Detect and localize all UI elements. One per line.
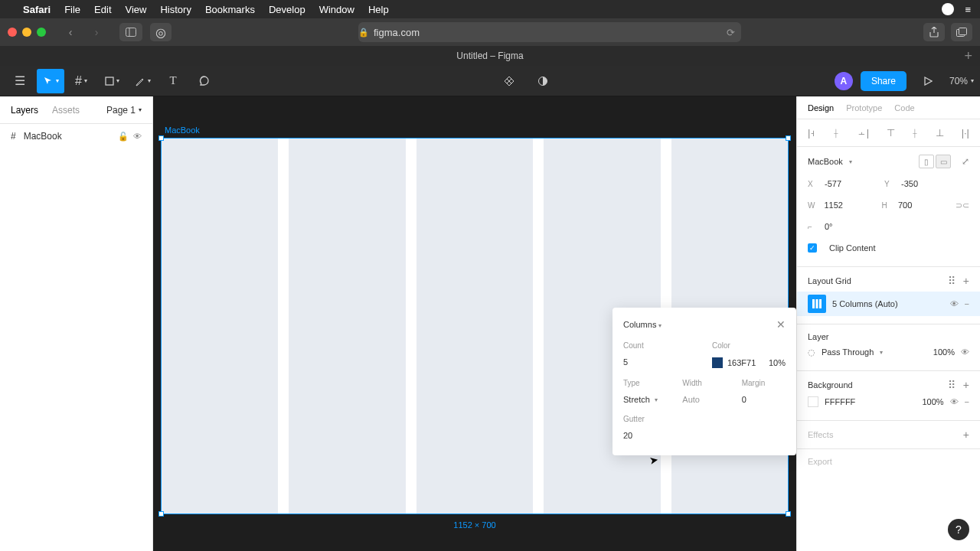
mask-button[interactable]: [529, 69, 557, 93]
layer-opacity[interactable]: 100%: [933, 347, 955, 357]
menu-window[interactable]: Window: [319, 4, 354, 15]
status-icon[interactable]: [942, 3, 954, 15]
close-window-button[interactable]: [8, 28, 17, 37]
shape-tool[interactable]: ▾: [98, 69, 126, 93]
tab-code[interactable]: Code: [894, 103, 914, 112]
align-left-icon[interactable]: |⫞: [808, 127, 815, 139]
frame-name[interactable]: MacBook: [808, 157, 843, 166]
app-name[interactable]: Safari: [23, 4, 51, 15]
avatar[interactable]: A: [835, 72, 853, 90]
add-bg-icon[interactable]: +: [963, 379, 969, 391]
frame-label[interactable]: MacBook: [165, 126, 200, 135]
type-label: Type: [623, 379, 667, 387]
color-hex[interactable]: 163F71: [727, 358, 756, 367]
menu-help[interactable]: Help: [368, 4, 389, 15]
help-button[interactable]: ?: [948, 519, 969, 540]
menu-history[interactable]: History: [160, 4, 191, 15]
new-tab-button[interactable]: +: [964, 48, 972, 64]
bg-styles-icon[interactable]: ⠿: [948, 379, 956, 391]
bg-opacity[interactable]: 100%: [922, 397, 943, 406]
effects-title: Effects: [808, 430, 833, 439]
popup-title[interactable]: Columns ▾: [623, 320, 662, 329]
bg-visible-icon[interactable]: 👁: [950, 397, 959, 406]
columns-popup: Columns ▾ ✕ Count 5 Color 163F71 10% Typ…: [612, 308, 796, 455]
text-tool[interactable]: T: [159, 69, 187, 93]
share-button[interactable]: Share: [861, 71, 906, 91]
gutter-input[interactable]: 20: [623, 431, 786, 440]
privacy-shield-button[interactable]: ◎: [150, 23, 172, 41]
resize-handle[interactable]: [158, 511, 164, 517]
sidebar-toggle-button[interactable]: [119, 23, 142, 41]
add-effect-icon[interactable]: +: [963, 429, 969, 441]
resize-handle[interactable]: [158, 135, 164, 141]
clip-checkbox[interactable]: ✓: [808, 243, 817, 253]
grid-item[interactable]: 5 Columns (Auto) 👁 −: [797, 292, 980, 316]
width-input[interactable]: Auto: [682, 395, 726, 404]
bg-hex[interactable]: FFFFFF: [825, 397, 855, 406]
back-button[interactable]: ‹: [60, 23, 81, 41]
x-input[interactable]: -577: [825, 179, 878, 188]
align-bottom-icon[interactable]: ⊥: [936, 127, 944, 139]
blend-icon[interactable]: ◌: [808, 347, 815, 357]
layer-row[interactable]: # MacBook 🔓 👁: [0, 124, 152, 148]
distribute-icon[interactable]: |·|: [962, 127, 969, 139]
menu-file[interactable]: File: [64, 4, 80, 15]
lock-icon[interactable]: 🔓: [118, 132, 129, 142]
maximize-window-button[interactable]: [37, 28, 46, 37]
w-input[interactable]: 1152: [824, 201, 875, 210]
tab-title[interactable]: Untitled – Figma: [456, 51, 523, 61]
frame-tool[interactable]: #▾: [67, 69, 95, 93]
align-top-icon[interactable]: ⊤: [887, 127, 895, 139]
menu-develop[interactable]: Develop: [269, 4, 305, 15]
tabs-overview-button[interactable]: [951, 23, 972, 41]
forward-button[interactable]: ›: [86, 23, 107, 41]
align-vcenter-icon[interactable]: ⟊: [912, 127, 918, 139]
main-menu-button[interactable]: ☰: [6, 69, 34, 93]
y-input[interactable]: -350: [901, 179, 955, 188]
bg-swatch[interactable]: [808, 396, 818, 407]
align-right-icon[interactable]: ⫠|: [857, 127, 869, 139]
count-input[interactable]: 5: [623, 357, 697, 367]
menu-extra-icon[interactable]: ≡: [965, 4, 971, 15]
resize-to-fit-icon[interactable]: ⤢: [962, 156, 969, 167]
move-tool[interactable]: ▾: [37, 69, 64, 93]
menu-edit[interactable]: Edit: [94, 4, 111, 15]
rotation-input[interactable]: 0°: [825, 222, 878, 231]
resize-handle[interactable]: [786, 135, 791, 141]
tab-design[interactable]: Design: [808, 103, 834, 112]
close-icon[interactable]: ✕: [776, 318, 786, 331]
remove-bg-icon[interactable]: −: [965, 397, 969, 406]
page-dropdown[interactable]: Page 1▾: [106, 105, 142, 116]
tab-assets[interactable]: Assets: [52, 105, 80, 116]
menu-view[interactable]: View: [126, 4, 147, 15]
menu-bookmarks[interactable]: Bookmarks: [205, 4, 255, 15]
grid-styles-icon[interactable]: ⠿: [948, 275, 956, 287]
margin-input[interactable]: 0: [742, 395, 786, 404]
components-button[interactable]: [495, 69, 523, 93]
pen-tool[interactable]: ▾: [129, 69, 156, 93]
type-dropdown[interactable]: Stretch ▾: [623, 395, 667, 404]
blend-mode[interactable]: Pass Through: [822, 347, 874, 357]
resize-handle[interactable]: [786, 511, 791, 517]
minimize-window-button[interactable]: [22, 28, 31, 37]
share-page-button[interactable]: [923, 23, 945, 41]
constrain-icon[interactable]: ⊃⊂: [956, 201, 969, 210]
color-swatch[interactable]: [712, 357, 723, 368]
add-grid-icon[interactable]: +: [963, 275, 969, 287]
tab-layers[interactable]: Layers: [11, 105, 38, 116]
reload-icon[interactable]: ⟳: [727, 27, 741, 38]
visibility-icon[interactable]: 👁: [133, 132, 142, 142]
color-opacity[interactable]: 10%: [769, 358, 786, 367]
url-bar[interactable]: 🔒 figma.com ⟳: [358, 22, 741, 42]
align-hcenter-icon[interactable]: ⟊: [833, 127, 839, 139]
comment-tool[interactable]: [190, 69, 217, 93]
h-input[interactable]: 700: [898, 201, 949, 210]
tab-prototype[interactable]: Prototype: [846, 103, 882, 112]
present-button[interactable]: [914, 69, 942, 93]
portrait-button[interactable]: ▯: [919, 155, 934, 168]
zoom-dropdown[interactable]: 70%▾: [949, 76, 974, 86]
layer-visible-icon[interactable]: 👁: [961, 347, 969, 357]
grid-visible-icon[interactable]: 👁: [950, 299, 959, 308]
remove-grid-icon[interactable]: −: [965, 299, 969, 308]
landscape-button[interactable]: ▭: [936, 155, 951, 168]
